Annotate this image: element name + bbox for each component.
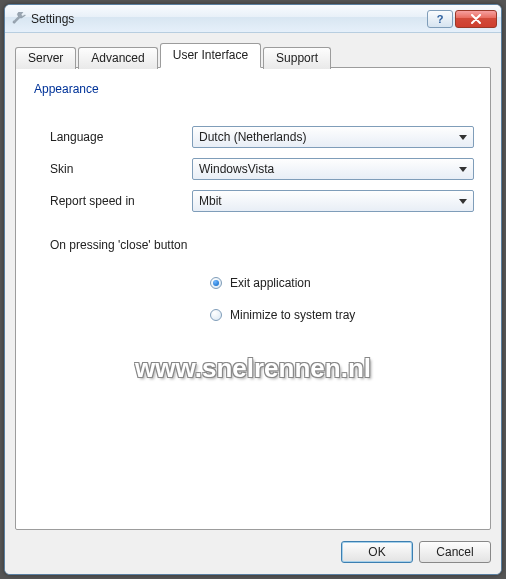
tab-support[interactable]: Support [263,47,331,69]
chevron-down-icon [455,161,471,177]
combo-report-speed[interactable]: Mbit [192,190,474,212]
radio-exit-application[interactable]: Exit application [210,276,474,290]
combo-language-value: Dutch (Netherlands) [199,130,306,144]
label-on-close: On pressing 'close' button [50,238,474,252]
combo-language[interactable]: Dutch (Netherlands) [192,126,474,148]
dialog-footer: OK Cancel [5,530,501,574]
radio-icon [210,309,222,321]
close-icon [470,14,482,24]
combo-skin-value: WindowsVista [199,162,274,176]
radio-exit-label: Exit application [230,276,311,290]
radio-icon [210,277,222,289]
cancel-button[interactable]: Cancel [419,541,491,563]
tab-advanced[interactable]: Advanced [78,47,157,69]
group-appearance-label: Appearance [34,82,474,96]
titlebar: Settings ? [5,5,501,33]
ok-button[interactable]: OK [341,541,413,563]
wrench-icon [11,11,27,27]
row-language: Language Dutch (Netherlands) [32,126,474,148]
tab-strip: Server Advanced User Interface Support [15,43,491,68]
label-language: Language [32,130,192,144]
help-button[interactable]: ? [427,10,453,28]
label-skin: Skin [32,162,192,176]
combo-skin[interactable]: WindowsVista [192,158,474,180]
tab-server[interactable]: Server [15,47,76,69]
help-icon: ? [437,13,444,25]
chevron-down-icon [455,129,471,145]
close-button[interactable] [455,10,497,28]
label-report-speed: Report speed in [32,194,192,208]
radio-minimize-label: Minimize to system tray [230,308,355,322]
radio-minimize-to-tray[interactable]: Minimize to system tray [210,308,474,322]
combo-report-speed-value: Mbit [199,194,222,208]
settings-window: Settings ? Server Advanced User Interfac… [4,4,502,575]
watermark: www.snelrennen.nl [135,353,371,384]
window-title: Settings [31,12,425,26]
chevron-down-icon [455,193,471,209]
tab-user-interface[interactable]: User Interface [160,43,261,68]
tab-page-user-interface: Appearance Language Dutch (Netherlands) … [15,67,491,530]
row-report-speed: Report speed in Mbit [32,190,474,212]
row-skin: Skin WindowsVista [32,158,474,180]
content-area: Server Advanced User Interface Support A… [5,33,501,530]
